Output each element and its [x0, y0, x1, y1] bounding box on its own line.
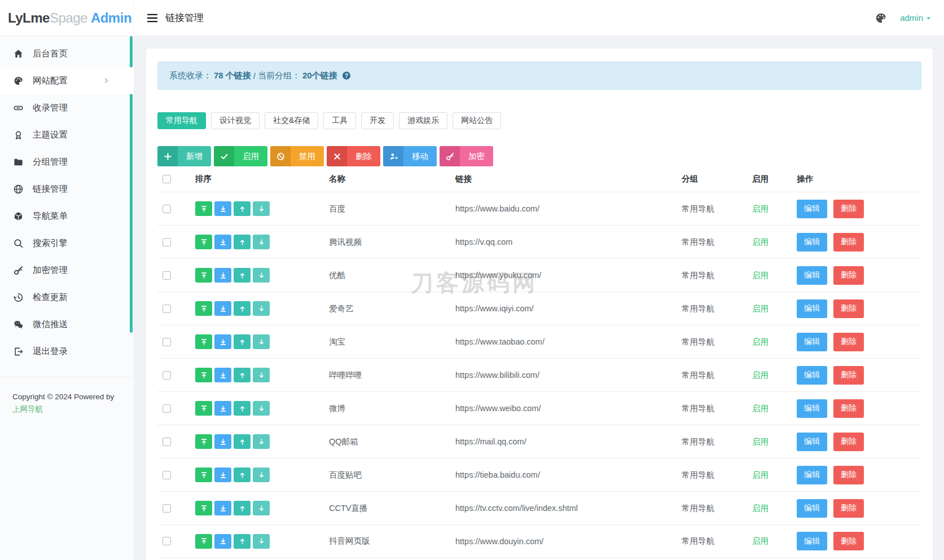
- move-top-button[interactable]: [195, 268, 212, 283]
- move-bottom-button[interactable]: [214, 201, 231, 216]
- delete-button[interactable]: 删除: [833, 366, 864, 385]
- edit-button[interactable]: 编辑: [797, 433, 827, 451]
- edit-button[interactable]: 编辑: [797, 499, 827, 518]
- sidebar-item-nav-menu[interactable]: 导航菜单: [0, 202, 134, 230]
- arrow-up-button[interactable]: [234, 235, 251, 249]
- move-top-button[interactable]: [195, 534, 212, 549]
- add-button[interactable]: 新增: [157, 146, 211, 166]
- tab-group-2[interactable]: 社交&存储: [265, 112, 318, 129]
- edit-button[interactable]: 编辑: [797, 266, 827, 285]
- move-bottom-button[interactable]: [214, 301, 231, 316]
- sidebar-item-collect[interactable]: 收录管理: [0, 94, 134, 121]
- move-bottom-button[interactable]: [214, 268, 231, 283]
- arrow-up-button[interactable]: [234, 468, 251, 482]
- sidebar-item-links[interactable]: 链接管理: [0, 175, 134, 202]
- arrow-up-button[interactable]: [234, 301, 251, 316]
- sidebar-item-site-config[interactable]: 网站配置: [0, 67, 134, 94]
- arrow-down-button[interactable]: [253, 368, 270, 382]
- tab-group-3[interactable]: 工具: [323, 112, 356, 129]
- arrow-up-button[interactable]: [234, 368, 251, 382]
- delete-button[interactable]: 删除: [833, 233, 864, 252]
- move-top-button[interactable]: [195, 368, 212, 382]
- edit-button[interactable]: 编辑: [797, 466, 827, 484]
- move-bottom-button[interactable]: [214, 368, 231, 382]
- delete-button[interactable]: 删除: [833, 532, 864, 550]
- arrow-down-button[interactable]: [253, 301, 270, 316]
- delete-button[interactable]: 删除: [833, 266, 864, 285]
- move-button[interactable]: 移动: [383, 146, 437, 166]
- edit-button[interactable]: 编辑: [797, 366, 827, 385]
- row-checkbox[interactable]: [163, 438, 171, 446]
- sidebar-item-theme[interactable]: 主题设置: [0, 121, 134, 148]
- tab-group-6[interactable]: 网站公告: [453, 112, 501, 129]
- encrypt-button[interactable]: 加密: [440, 146, 493, 166]
- delete-button[interactable]: 删除: [833, 466, 864, 484]
- copyright-link[interactable]: 上网导航: [12, 403, 43, 416]
- arrow-up-button[interactable]: [234, 434, 251, 449]
- arrow-up-button[interactable]: [234, 334, 251, 349]
- move-bottom-button[interactable]: [214, 401, 231, 416]
- arrow-down-button[interactable]: [253, 434, 270, 449]
- move-bottom-button[interactable]: [214, 334, 231, 349]
- delete-button[interactable]: 删除: [833, 200, 864, 218]
- arrow-up-button[interactable]: [234, 534, 251, 549]
- delete-button[interactable]: 删除: [327, 146, 380, 166]
- delete-button[interactable]: 删除: [833, 399, 864, 418]
- arrow-down-button[interactable]: [253, 468, 270, 482]
- move-bottom-button[interactable]: [214, 434, 231, 449]
- menu-icon[interactable]: [146, 12, 159, 24]
- edit-button[interactable]: 编辑: [797, 399, 827, 418]
- disable-button[interactable]: 禁用: [270, 146, 324, 166]
- tab-group-4[interactable]: 开发: [361, 112, 394, 129]
- row-checkbox[interactable]: [163, 305, 171, 313]
- move-top-button[interactable]: [195, 301, 212, 316]
- arrow-down-button[interactable]: [253, 534, 270, 549]
- row-checkbox[interactable]: [163, 238, 171, 246]
- row-checkbox[interactable]: [163, 338, 171, 346]
- user-dropdown[interactable]: admin: [900, 13, 932, 23]
- sidebar-item-check-update[interactable]: 检查更新: [0, 284, 134, 311]
- row-checkbox[interactable]: [163, 404, 171, 413]
- enable-button[interactable]: 启用: [214, 146, 267, 166]
- move-top-button[interactable]: [195, 501, 212, 515]
- row-checkbox[interactable]: [163, 504, 171, 513]
- sidebar-item-wechat-push[interactable]: 微信推送: [0, 311, 134, 338]
- move-bottom-button[interactable]: [214, 235, 231, 249]
- tab-group-5[interactable]: 游戏娱乐: [399, 112, 447, 129]
- move-top-button[interactable]: [195, 434, 212, 449]
- move-top-button[interactable]: [195, 401, 212, 416]
- sidebar-item-home[interactable]: 后台首页: [0, 40, 134, 67]
- sidebar-item-encrypt[interactable]: 加密管理: [0, 257, 134, 284]
- edit-button[interactable]: 编辑: [797, 333, 827, 351]
- row-checkbox[interactable]: [163, 537, 171, 545]
- edit-button[interactable]: 编辑: [797, 233, 827, 252]
- move-bottom-button[interactable]: [214, 468, 231, 482]
- arrow-down-button[interactable]: [253, 201, 270, 216]
- sidebar-item-search-engine[interactable]: 搜索引擎: [0, 230, 134, 257]
- move-top-button[interactable]: [195, 201, 212, 216]
- arrow-down-button[interactable]: [253, 235, 270, 249]
- edit-button[interactable]: 编辑: [797, 299, 827, 318]
- arrow-down-button[interactable]: [253, 334, 270, 349]
- theme-palette-icon[interactable]: [875, 12, 886, 24]
- delete-button[interactable]: 删除: [833, 333, 864, 351]
- arrow-up-button[interactable]: [234, 401, 251, 416]
- row-checkbox[interactable]: [163, 205, 171, 213]
- move-top-button[interactable]: [195, 468, 212, 482]
- delete-button[interactable]: 删除: [833, 299, 864, 318]
- arrow-down-button[interactable]: [253, 401, 270, 416]
- edit-button[interactable]: 编辑: [797, 532, 827, 550]
- tab-group-1[interactable]: 设计视觉: [211, 112, 260, 129]
- move-bottom-button[interactable]: [214, 534, 231, 549]
- question-icon[interactable]: ?: [342, 71, 351, 80]
- arrow-up-button[interactable]: [234, 501, 251, 515]
- arrow-down-button[interactable]: [253, 268, 270, 283]
- delete-button[interactable]: 删除: [833, 499, 864, 518]
- row-checkbox[interactable]: [163, 471, 171, 479]
- move-top-button[interactable]: [195, 334, 212, 349]
- arrow-up-button[interactable]: [234, 201, 251, 216]
- row-checkbox[interactable]: [163, 371, 171, 380]
- tab-group-0[interactable]: 常用导航: [157, 112, 206, 129]
- arrow-down-button[interactable]: [253, 501, 270, 515]
- move-bottom-button[interactable]: [214, 501, 231, 515]
